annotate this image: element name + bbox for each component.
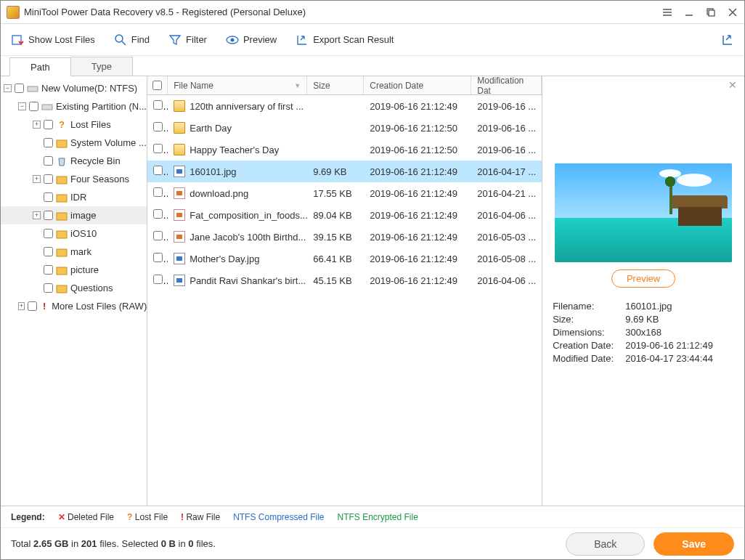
menu-icon[interactable] [661, 7, 673, 18]
save-button[interactable]: Save [654, 532, 734, 556]
file-modification: 2019-06-16 ... [471, 145, 542, 155]
legend-ntfs-compressed: NTFS Compressed File [233, 512, 324, 522]
file-modification: 2016-04-06 ... [471, 275, 542, 286]
tree-label: More Lost Files (RAW) [52, 301, 147, 312]
window-title: MiniTool Power Data Recovery v8.5 - Regi… [24, 7, 661, 17]
file-creation: 2019-06-16 21:12:49 [364, 210, 471, 221]
col-size[interactable]: Size [307, 76, 364, 94]
tree-check[interactable] [44, 120, 53, 129]
file-icon [174, 100, 185, 112]
file-row[interactable]: Earth Day2019-06-16 21:12:502019-06-16 .… [147, 117, 542, 139]
tree-label: picture [70, 264, 99, 275]
file-size: 9.69 KB [307, 166, 364, 177]
preview-panel: ✕ Preview Filename:160101.jpg Size:9.69 … [542, 76, 744, 506]
tree-check[interactable] [44, 229, 53, 238]
file-creation: 2019-06-16 21:12:49 [364, 188, 471, 199]
file-row[interactable]: Mother's Day.jpg66.41 KB2019-06-16 21:12… [147, 248, 542, 269]
tree-more-lost-files[interactable]: + ! More Lost Files (RAW) [1, 297, 147, 315]
preview-button[interactable]: Preview [611, 269, 675, 288]
tree-check[interactable] [28, 301, 37, 311]
recycle-icon [56, 155, 68, 167]
show-lost-files-button[interactable]: Show Lost Files [11, 33, 95, 46]
file-row-check[interactable] [153, 209, 163, 219]
tab-type[interactable]: Type [71, 57, 133, 76]
tree-system-volume[interactable]: + System Volume ... [1, 134, 147, 152]
close-preview-icon[interactable]: ✕ [728, 79, 737, 91]
tree-ios10[interactable]: + iOS10 [1, 224, 147, 243]
file-row-check[interactable] [153, 144, 163, 153]
tree-check[interactable] [44, 211, 53, 220]
minimize-icon[interactable] [683, 7, 695, 18]
close-icon[interactable] [727, 7, 738, 18]
file-row-check[interactable] [153, 187, 163, 197]
file-row[interactable]: download.png17.55 KB2019-06-16 21:12:492… [147, 182, 542, 204]
file-row[interactable]: Happy Teacher's Day2019-06-16 21:12:5020… [147, 139, 542, 161]
col-modification[interactable]: Modification Dat [471, 76, 542, 94]
col-filename[interactable]: File Name▼ [168, 76, 307, 94]
tree-check[interactable] [44, 283, 53, 293]
file-size: 89.04 KB [307, 210, 364, 221]
tree-recycle-bin[interactable]: + Recycle Bin [1, 152, 147, 170]
filter-button[interactable]: Filter [168, 33, 207, 46]
tree-four-seasons[interactable]: + Four Seasons [1, 170, 147, 188]
tree-label: IDR [70, 192, 86, 203]
tree-questions[interactable]: + Questions [1, 279, 147, 297]
meta-cd: 2019-06-16 21:12:49 [625, 340, 713, 351]
folder-icon [56, 137, 68, 149]
file-row-check[interactable] [153, 275, 163, 284]
tree-root-check[interactable] [15, 84, 24, 93]
tree-root-label: New Volume(D: NTFS) [41, 83, 137, 94]
file-creation: 2019-06-16 21:12:50 [364, 145, 471, 155]
file-row-check[interactable] [153, 100, 163, 110]
drive-icon [27, 83, 38, 94]
file-creation: 2019-06-16 21:12:49 [364, 232, 471, 243]
preview-toolbar-label: Preview [243, 34, 277, 45]
tree-root[interactable]: − New Volume(D: NTFS) [1, 79, 147, 97]
file-row-check[interactable] [153, 166, 163, 175]
tree-lost-files[interactable]: + ? Lost Files [1, 115, 147, 134]
preview-toolbar-button[interactable]: Preview [226, 33, 277, 46]
file-row[interactable]: 160101.jpg9.69 KB2019-06-16 21:12:492016… [147, 161, 542, 182]
meta-filename: 160101.jpg [625, 301, 672, 312]
file-row-check[interactable] [153, 231, 163, 240]
file-row-check[interactable] [153, 122, 163, 131]
tree-image[interactable]: + image [1, 206, 147, 224]
export-button[interactable]: Export Scan Result [296, 33, 394, 46]
folder-icon [56, 228, 68, 240]
tree-check[interactable] [44, 192, 53, 202]
legend-deleted: ✕ Deleted File [58, 512, 114, 522]
back-button[interactable]: Back [566, 532, 645, 556]
tab-path[interactable]: Path [9, 57, 71, 76]
tree-check[interactable] [44, 156, 53, 166]
tree-existing-partition[interactable]: − Existing Partition (N... [1, 97, 147, 115]
sort-icon: ▼ [294, 82, 301, 89]
maximize-icon[interactable] [705, 7, 717, 18]
tree-check[interactable] [44, 138, 53, 147]
tree-idr[interactable]: + IDR [1, 188, 147, 206]
status-text: Total 2.65 GB in 201 files. Selected 0 B… [11, 538, 566, 549]
file-modification: 2016-05-08 ... [471, 253, 542, 264]
tree-check[interactable] [44, 265, 53, 275]
app-logo-icon [7, 6, 20, 19]
find-button[interactable]: Find [114, 33, 150, 46]
tree-picture[interactable]: + picture [1, 261, 147, 279]
file-row[interactable]: Fat_composition_in_foods...89.04 KB2019-… [147, 204, 542, 226]
file-row[interactable]: Jane Jacob's 100th Birthd...39.15 KB2019… [147, 226, 542, 248]
select-all-check[interactable] [152, 81, 162, 90]
tree-check[interactable] [29, 102, 38, 111]
share-button[interactable] [721, 33, 734, 46]
folder-icon [56, 174, 68, 185]
tree-check[interactable] [44, 247, 53, 256]
filter-label: Filter [186, 34, 207, 45]
file-row[interactable]: Pandit Ravi Shankar's birt...45.15 KB201… [147, 269, 542, 291]
find-label: Find [131, 34, 150, 45]
tree-check[interactable] [44, 174, 53, 184]
file-row-check[interactable] [153, 253, 163, 262]
file-icon [174, 253, 185, 264]
file-row[interactable]: 120th anniversary of first ...2019-06-16… [147, 95, 542, 117]
tree-mark[interactable]: + mark [1, 243, 147, 261]
file-name: 120th anniversary of first ... [190, 101, 304, 112]
tree-label: Recycle Bin [70, 155, 121, 166]
col-creation[interactable]: Creation Date [364, 76, 471, 94]
file-creation: 2019-06-16 21:12:50 [364, 123, 471, 134]
